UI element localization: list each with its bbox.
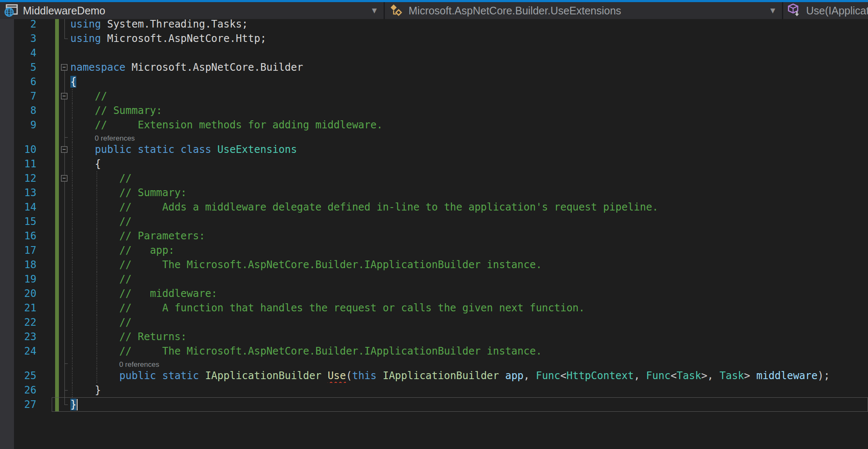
outline-margin	[60, 157, 70, 171]
code-line[interactable]: // Extension methods for adding middlewa…	[70, 118, 868, 132]
code-line[interactable]: using System.Threading.Tasks;	[70, 17, 868, 31]
code-row: 8 // Summary:	[0, 103, 868, 118]
outline-margin	[60, 383, 70, 397]
line-number: 11	[0, 157, 42, 171]
code-row: 10− public static class UseExtensions	[0, 142, 868, 157]
code-line[interactable]: //	[70, 89, 868, 103]
code-row: 2using System.Threading.Tasks;	[0, 17, 868, 31]
code-line[interactable]: // middleware:	[70, 286, 868, 301]
change-tracking-bar	[55, 243, 59, 258]
code-line[interactable]: //	[70, 171, 868, 186]
code-line[interactable]: {	[70, 75, 868, 89]
code-line[interactable]: using Microsoft.AspNetCore.Http;	[70, 31, 868, 46]
change-tracking-bar	[55, 344, 59, 358]
error-squiggle-token: Use	[328, 370, 346, 382]
code-line[interactable]: // The Microsoft.AspNetCore.Builder.IApp…	[70, 258, 868, 272]
outline-collapse-toggle[interactable]: −	[60, 171, 70, 186]
line-number: 17	[0, 243, 42, 258]
code-row: 24 // The Microsoft.AspNetCore.Builder.I…	[0, 344, 868, 358]
code-line[interactable]	[70, 46, 868, 60]
matched-brace-highlight: {	[70, 76, 76, 88]
code-line[interactable]: // app:	[70, 243, 868, 258]
member-dropdown[interactable]: Use(IApplicat	[783, 2, 868, 19]
outline-margin	[60, 330, 70, 344]
change-tracking-bar	[55, 369, 59, 383]
code-line[interactable]: // A function that handles the request o…	[70, 301, 868, 315]
code-row: 20 // middleware:	[0, 286, 868, 301]
line-number: 6	[0, 75, 42, 89]
codelens-references-link[interactable]: 0 references	[119, 360, 159, 369]
chevron-down-icon[interactable]: ▼	[770, 7, 775, 14]
project-dropdown[interactable]: MiddlewareDemo ▼	[0, 2, 385, 19]
indent-guide	[97, 229, 97, 243]
indent-guide	[97, 286, 97, 301]
outline-margin	[60, 75, 70, 89]
change-tracking-bar	[55, 258, 59, 272]
change-tracking-bar	[55, 118, 59, 132]
outline-margin	[60, 132, 70, 142]
code-line[interactable]: namespace Microsoft.AspNetCore.Builder	[70, 60, 868, 75]
line-number: 21	[0, 301, 42, 315]
code-line[interactable]: // Adds a middleware delegate defined in…	[70, 200, 868, 214]
outline-collapse-toggle[interactable]: −	[60, 89, 70, 103]
chevron-down-icon[interactable]: ▼	[372, 7, 377, 14]
change-tracking-bar	[55, 31, 59, 46]
outline-collapse-toggle[interactable]: −	[60, 142, 70, 157]
code-row: 5−namespace Microsoft.AspNetCore.Builder	[0, 60, 868, 75]
code-line[interactable]: // Returns:	[70, 330, 868, 344]
line-number: 25	[0, 369, 42, 383]
outline-margin	[60, 118, 70, 132]
codelens-references-link[interactable]: 0 references	[95, 133, 135, 142]
navigation-bar: MiddlewareDemo ▼ Microsoft.AspNetCore.Bu…	[0, 0, 868, 19]
outline-collapse-toggle[interactable]: −	[60, 60, 70, 75]
code-line[interactable]: // Parameters:	[70, 229, 868, 243]
code-line[interactable]: {	[70, 157, 868, 171]
code-line[interactable]: //	[70, 214, 868, 229]
code-line[interactable]: // Summary:	[70, 103, 868, 118]
code-line[interactable]: }	[70, 383, 868, 397]
code-line[interactable]: 0 references	[70, 132, 868, 142]
change-tracking-bar	[55, 383, 59, 397]
outline-margin	[60, 258, 70, 272]
indent-guide	[72, 369, 72, 383]
type-dropdown[interactable]: Microsoft.AspNetCore.Builder.UseExtensio…	[385, 2, 783, 19]
code-line[interactable]: public static class UseExtensions	[70, 142, 868, 157]
line-number: 13	[0, 186, 42, 200]
line-number: 14	[0, 200, 42, 214]
code-row: 14 // Adds a middleware delegate defined…	[0, 200, 868, 214]
indent-guide	[97, 330, 97, 344]
code-line[interactable]: }	[70, 397, 868, 412]
code-line[interactable]: //	[70, 315, 868, 330]
codelens-row: 0 references	[0, 358, 868, 369]
code-editor[interactable]: 2using System.Threading.Tasks;3using Mic…	[0, 0, 868, 449]
outline-margin	[60, 31, 70, 46]
indent-guide	[72, 171, 72, 186]
code-line[interactable]: // The Microsoft.AspNetCore.Builder.IApp…	[70, 344, 868, 358]
code-line[interactable]: // Summary:	[70, 186, 868, 200]
code-row: 23 // Returns:	[0, 330, 868, 344]
indent-guide	[97, 369, 97, 383]
indent-guide	[72, 200, 72, 214]
line-number: 9	[0, 118, 42, 132]
indent-guide	[72, 186, 72, 200]
indent-guide	[97, 272, 97, 286]
outline-margin	[60, 301, 70, 315]
change-tracking-bar	[55, 200, 59, 214]
code-line[interactable]: 0 references	[70, 358, 868, 369]
change-tracking-bar	[55, 171, 59, 186]
indent-guide	[72, 229, 72, 243]
class-icon	[389, 3, 404, 18]
code-row: 18 // The Microsoft.AspNetCore.Builder.I…	[0, 258, 868, 272]
line-number	[0, 358, 42, 369]
code-line[interactable]: public static IApplicationBuilder Use(th…	[70, 369, 868, 383]
line-number: 15	[0, 214, 42, 229]
line-number: 3	[0, 31, 42, 46]
outline-margin	[60, 200, 70, 214]
change-tracking-bar	[55, 186, 59, 200]
code-rows: 2using System.Threading.Tasks;3using Mic…	[0, 17, 868, 412]
code-line[interactable]: //	[70, 272, 868, 286]
line-number: 19	[0, 272, 42, 286]
indent-guide	[72, 157, 72, 171]
code-row: 12− //	[0, 171, 868, 186]
change-tracking-bar	[55, 132, 59, 142]
